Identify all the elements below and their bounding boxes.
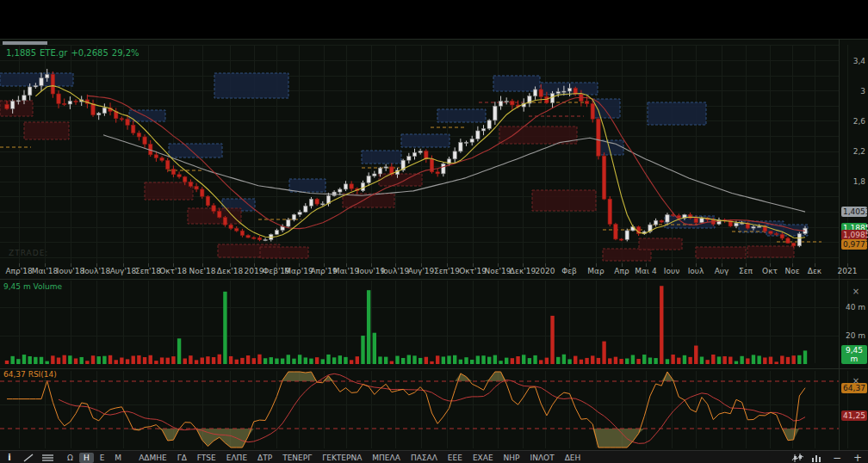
info-icon[interactable]: i bbox=[3, 453, 16, 463]
ticker-shortcut-buttons: ΑΔΜΗΕΓΔFTSEΕΛΠΕΔΤΡΤΕΝΕΡΓΓΕΚΤΕΡΝΑΜΠΕΛΑΠΑΣ… bbox=[133, 453, 586, 463]
bar-chart-icon[interactable] bbox=[810, 453, 824, 463]
rsi-pane-close-icon[interactable]: × bbox=[851, 376, 861, 386]
ticker-button[interactable]: ΙΝΛΟΤ bbox=[526, 453, 559, 463]
chart-scroll-thumb[interactable] bbox=[3, 41, 47, 45]
ticker-button[interactable]: ΕΛΠΕ bbox=[222, 453, 251, 463]
candlestick-chart-icon[interactable] bbox=[791, 453, 805, 463]
zoom-out-button[interactable]: − bbox=[827, 452, 847, 463]
trading-app-window: 1,1885ETE.gr+0,268529,2% ZTRADE: 9,45 m … bbox=[0, 0, 868, 463]
ticker-button[interactable]: ΓΕΚΤΕΡΝΑ bbox=[318, 453, 366, 463]
timeframe-buttons: ΩΗΕΜ bbox=[62, 453, 127, 463]
timeframe-button-Ω[interactable]: Ω bbox=[63, 453, 78, 463]
bottom-toolbar: i ΩΗΕΜ ΑΔΜΗΕΓΔFTSEΕΛΠΕΔΤΡΤΕΝΕΡΓΓΕΚΤΕΡΝΑΜ… bbox=[0, 450, 868, 463]
ticker-button[interactable]: ΑΔΜΗΕ bbox=[134, 453, 171, 463]
ticker-button[interactable]: ΜΠΕΛΑ bbox=[368, 453, 405, 463]
timeframe-button-Μ[interactable]: Μ bbox=[110, 453, 126, 463]
trendline-tool-icon[interactable] bbox=[22, 453, 35, 463]
ticker-button[interactable]: ΤΕΝΕΡΓ bbox=[278, 453, 316, 463]
ticker-button[interactable]: FTSE bbox=[193, 453, 220, 463]
ticker-button[interactable]: ΝΗΡ bbox=[499, 453, 524, 463]
ticker-button[interactable]: ΕΧΑΕ bbox=[468, 453, 498, 463]
ticker-button[interactable]: ΔΤΡ bbox=[253, 453, 276, 463]
zoom-in-button[interactable]: + bbox=[847, 452, 868, 463]
timeframe-button-Η[interactable]: Η bbox=[79, 453, 94, 463]
ticker-button[interactable]: ΔΕΗ bbox=[561, 453, 586, 463]
ticker-button[interactable]: ΠΑΣΑΛ bbox=[406, 453, 442, 463]
ticker-button[interactable]: ΕΕΕ bbox=[443, 453, 467, 463]
price-chart-canvas[interactable] bbox=[0, 0, 868, 463]
volume-pane-close-icon[interactable]: × bbox=[851, 287, 861, 297]
timeframe-button-Ε[interactable]: Ε bbox=[96, 453, 109, 463]
ticker-button[interactable]: ΓΔ bbox=[173, 453, 191, 463]
watchlist-icon[interactable] bbox=[40, 453, 54, 463]
